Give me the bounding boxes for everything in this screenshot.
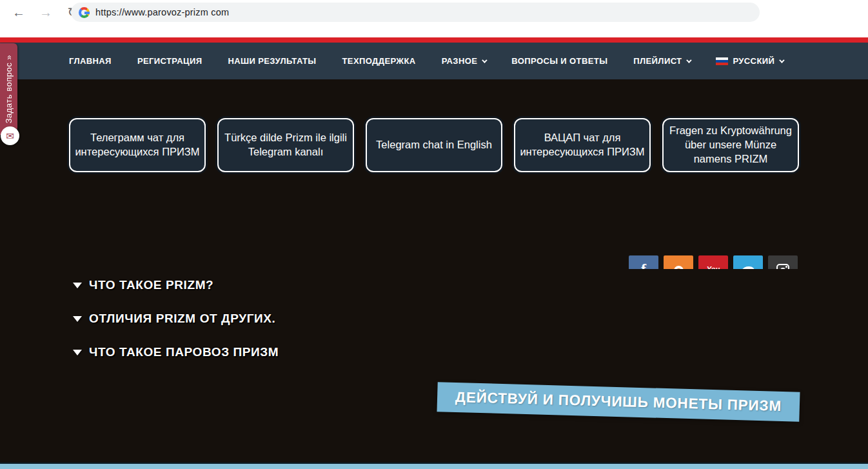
nav-item-nashi-rezultaty[interactable]: НАШИ РЕЗУЛЬТАТЫ <box>228 56 316 66</box>
triangle-down-icon <box>73 283 82 288</box>
odnoklassniki-glyph <box>674 266 684 270</box>
instagram-icon[interactable] <box>768 255 798 269</box>
accordion-what-is-parovoz-prizm[interactable]: ЧТО ТАКОЕ ПАРОВОЗ ПРИЗМ <box>73 345 279 359</box>
app-window: ← → ↻ https://www.parovoz-prizm com ГЛАВ… <box>0 0 868 469</box>
accordion-label: ЧТО ТАКОЕ ПАРОВОЗ ПРИЗМ <box>89 345 279 359</box>
page-content: ГЛАВНАЯ РЕГИСТРАЦИЯ НАШИ РЕЗУЛЬТАТЫ ТЕХП… <box>0 43 868 469</box>
hero-train-photo-top: Телеграмм чат для интересующихся ПРИЗМ T… <box>0 79 868 269</box>
chevron-down-icon <box>482 57 487 63</box>
action-banner[interactable]: ДЕЙСТВУЙ И ПОЛУЧИШЬ МОНЕТЫ ПРИЗМ <box>437 382 800 422</box>
nav-item-label: РАЗНОЕ <box>442 56 478 66</box>
triangle-down-icon <box>73 316 82 322</box>
nav-item-raznoe[interactable]: РАЗНОЕ <box>442 56 486 66</box>
telegram-chat-en-button[interactable]: Telegram chat in English <box>366 118 502 172</box>
browser-toolbar: ← → ↻ https://www.parovoz-prizm com <box>0 0 868 37</box>
telegram-chat-tr-button[interactable]: Türkçe dilde Prizm ile ilgili Telegram k… <box>217 118 354 172</box>
chevron-down-icon <box>779 57 784 63</box>
odnoklassniki-icon[interactable] <box>664 255 693 269</box>
nav-item-label: РУССКИЙ <box>733 56 774 66</box>
nav-item-label: НАШИ РЕЗУЛЬТАТЫ <box>228 56 316 66</box>
chat-buttons-row: Телеграмм чат для интересующихся ПРИЗМ T… <box>69 118 799 172</box>
chevron-down-icon <box>687 57 692 63</box>
telegram-chat-de-button[interactable]: Fragen zu Kryptowährung über unsere Münz… <box>662 118 799 172</box>
russian-flag-icon <box>716 57 728 65</box>
triangle-down-icon <box>73 350 82 355</box>
ask-question-label: Задать вопрос » <box>4 55 14 123</box>
social-icons-row: f You <box>629 255 798 269</box>
accordion-prizm-differences[interactable]: ОТЛИЧИЯ PRIZM ОТ ДРУГИХ. <box>73 312 275 326</box>
nav-item-voprosy-i-otvety[interactable]: ВОПРОСЫ И ОТВЕТЫ <box>511 56 607 66</box>
nav-item-label: ПЛЕЙЛИСТ <box>633 56 682 66</box>
twitter-bird-glyph <box>741 265 755 269</box>
ask-question-envelope-button[interactable]: ✉ <box>1 126 19 145</box>
nav-item-label: ТЕХПОДДЕРЖКА <box>342 56 416 66</box>
envelope-icon: ✉ <box>6 131 14 141</box>
nav-item-playlist[interactable]: ПЛЕЙЛИСТ <box>633 56 690 66</box>
nav-item-label: ГЛАВНАЯ <box>69 56 112 66</box>
hero-train-photo-bottom: ЧТО ТАКОЕ PRIZM? ОТЛИЧИЯ PRIZM ОТ ДРУГИХ… <box>0 269 868 464</box>
main-navbar: ГЛАВНАЯ РЕГИСТРАЦИЯ НАШИ РЕЗУЛЬТАТЫ ТЕХП… <box>0 43 868 79</box>
nav-item-tehpodderzhka[interactable]: ТЕХПОДДЕРЖКА <box>342 56 416 66</box>
accordion-label: ЧТО ТАКОЕ PRIZM? <box>89 278 213 292</box>
back-icon[interactable]: ← <box>9 3 28 22</box>
facebook-icon[interactable]: f <box>629 255 658 269</box>
nav-item-language-russian[interactable]: РУССКИЙ <box>716 56 783 66</box>
facebook-f-glyph: f <box>641 261 646 270</box>
google-favicon-icon <box>79 7 90 18</box>
twitter-icon[interactable] <box>733 255 763 269</box>
youtube-icon[interactable]: You <box>698 255 728 269</box>
instagram-glyph <box>776 264 789 269</box>
footer-strip <box>0 463 868 469</box>
nav-item-label: ВОПРОСЫ И ОТВЕТЫ <box>511 56 607 66</box>
accordion-label: ОТЛИЧИЯ PRIZM ОТ ДРУГИХ. <box>89 312 275 326</box>
whatsapp-chat-ru-button[interactable]: ВАЦАП чат для интересующихся ПРИЗМ <box>514 118 651 172</box>
url-text[interactable]: https://www.parovoz-prizm com <box>95 7 229 17</box>
youtube-glyph: You <box>707 265 720 269</box>
accordion-what-is-prizm[interactable]: ЧТО ТАКОЕ PRIZM? <box>73 278 213 292</box>
action-banner-label: ДЕЙСТВУЙ И ПОЛУЧИШЬ МОНЕТЫ ПРИЗМ <box>455 389 782 415</box>
nav-item-label: РЕГИСТРАЦИЯ <box>137 56 202 66</box>
telegram-chat-ru-button[interactable]: Телеграмм чат для интересующихся ПРИЗМ <box>69 118 206 172</box>
address-bar[interactable]: https://www.parovoz-prizm com <box>71 3 760 22</box>
ask-question-tab[interactable]: Задать вопрос » <box>0 43 17 135</box>
red-divider <box>0 37 868 43</box>
nav-item-registratsiya[interactable]: РЕГИСТРАЦИЯ <box>137 56 202 66</box>
nav-item-glavnaya[interactable]: ГЛАВНАЯ <box>69 56 112 66</box>
forward-icon[interactable]: → <box>36 3 55 22</box>
